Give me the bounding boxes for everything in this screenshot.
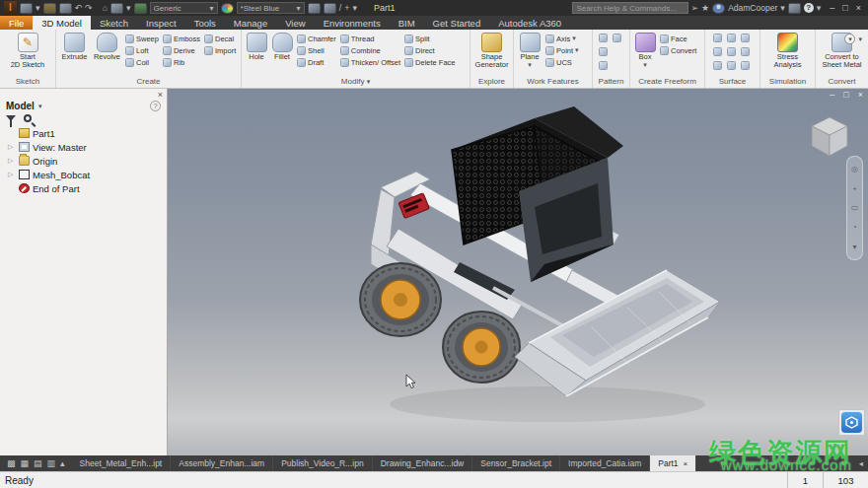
derive-button[interactable]: Derive xyxy=(163,44,200,56)
panel-dropdown-icon[interactable]: ▾ xyxy=(367,78,371,85)
freeform-box-button[interactable]: Box ▾ xyxy=(632,31,658,69)
browser-close-button[interactable]: × xyxy=(158,90,163,99)
material-icon[interactable] xyxy=(134,3,147,14)
zoom-icon[interactable]: ▭ xyxy=(851,203,859,212)
panel-label-work-features[interactable]: Work Features xyxy=(514,76,592,88)
panel-label-pattern[interactable]: Pattern xyxy=(593,76,629,88)
close-tab-icon[interactable]: × xyxy=(684,459,688,468)
tab-environments[interactable]: Environments xyxy=(315,16,390,30)
measure-icon[interactable]: / xyxy=(339,3,342,14)
navigation-wheel-icon[interactable]: ◎ xyxy=(851,165,858,174)
stress-analysis-button[interactable]: Stress Analysis xyxy=(765,31,811,69)
split-button[interactable]: Split xyxy=(404,33,455,44)
tree-item-view-master[interactable]: ▷ View: Master xyxy=(0,140,167,154)
extrude-button[interactable]: Extrude xyxy=(58,31,91,61)
save-icon[interactable] xyxy=(59,3,72,14)
ucs-button[interactable]: UCS xyxy=(545,56,579,68)
thread-button[interactable]: Thread xyxy=(340,33,400,44)
filter-icon[interactable] xyxy=(6,115,16,121)
dropdown-icon[interactable]: ▾ xyxy=(36,3,40,14)
split-horizontal-icon[interactable]: ▤ xyxy=(34,458,42,468)
mirror-pattern-icon[interactable] xyxy=(613,34,621,42)
tab-view[interactable]: View xyxy=(276,16,314,30)
doc-close-button[interactable]: × xyxy=(858,90,863,100)
patch-surface-icon[interactable] xyxy=(727,34,736,42)
color-wheel-icon[interactable] xyxy=(221,3,234,14)
panel-label-create-freeform[interactable]: Create Freeform xyxy=(630,76,704,88)
thicken-surface-icon[interactable] xyxy=(741,61,750,70)
fillet-button[interactable]: Fillet xyxy=(269,31,295,61)
panel-label-convert[interactable]: Convert xyxy=(816,76,868,88)
freeform-convert-button[interactable]: Convert xyxy=(660,44,696,56)
panel-label-surface[interactable]: Surface xyxy=(705,76,760,88)
minimize-button[interactable]: – xyxy=(830,3,834,13)
plane-button[interactable]: Plane ▾ xyxy=(516,31,543,69)
pan-icon[interactable]: + xyxy=(852,184,857,193)
ribbon-collapse-options-icon[interactable]: ▾ xyxy=(858,35,862,43)
doc-tab-part1-active[interactable]: Part1 × xyxy=(650,455,696,471)
orbit-icon[interactable]: ◔ xyxy=(852,223,857,232)
import-button[interactable]: Import xyxy=(204,44,236,56)
help-icon[interactable]: ? xyxy=(804,3,814,13)
open-icon[interactable] xyxy=(43,3,56,14)
sculpt-icon[interactable] xyxy=(741,47,750,56)
draft-button[interactable]: Draft xyxy=(297,56,336,68)
view-cube[interactable] xyxy=(804,110,855,162)
freeform-face-button[interactable]: Face xyxy=(660,33,696,44)
material-select[interactable]: Generic ▾ xyxy=(150,2,218,14)
new-document-icon[interactable] xyxy=(20,3,33,14)
user-avatar-icon[interactable] xyxy=(712,3,725,14)
doc-tab-sensor-bracket[interactable]: Sensor_Bracket.ipt xyxy=(472,455,560,471)
tree-item-origin[interactable]: ▷ Origin xyxy=(0,154,167,168)
emboss-button[interactable]: Emboss xyxy=(163,33,200,44)
qat-options-icon[interactable]: ▾ xyxy=(352,3,357,14)
restore-button[interactable]: □ xyxy=(842,3,847,13)
redo-icon[interactable]: ↷ xyxy=(85,3,93,14)
expander-icon[interactable]: ▷ xyxy=(8,143,16,151)
thicken-offset-button[interactable]: Thicken/ Offset xyxy=(340,56,400,68)
sketch-driven-pattern-icon[interactable] xyxy=(599,61,608,70)
ruled-surface-icon[interactable] xyxy=(727,61,736,70)
shell-button[interactable]: Shell xyxy=(297,44,336,56)
split-vertical-icon[interactable]: ▥ xyxy=(47,458,56,468)
panel-label-explore[interactable]: Explore xyxy=(470,76,513,88)
browser-title-dropdown-icon[interactable]: ▾ xyxy=(38,103,42,110)
doc-tab-drawing[interactable]: Drawing_Enhanc...idw xyxy=(373,455,473,471)
collapse-tabs-icon[interactable]: ▴ xyxy=(60,458,65,468)
help-dropdown-icon[interactable]: ▾ xyxy=(817,3,822,14)
adjust-material-icon[interactable] xyxy=(308,3,321,14)
replace-face-icon[interactable] xyxy=(713,61,722,70)
tab-manage[interactable]: Manage xyxy=(225,16,276,30)
render-icon[interactable] xyxy=(110,3,123,14)
search-send-icon[interactable]: ➢ xyxy=(691,3,699,14)
doc-tab-publish-video[interactable]: Publish_Video_R...ipn xyxy=(273,455,373,471)
extend-surface-icon[interactable] xyxy=(741,34,750,42)
boundary-patch-icon[interactable] xyxy=(713,47,722,56)
search-input[interactable] xyxy=(572,2,688,14)
tab-3d-model[interactable]: 3D Model xyxy=(33,16,91,30)
tab-bim[interactable]: BIM xyxy=(390,16,424,30)
circular-pattern-icon[interactable] xyxy=(599,47,608,56)
doc-tab-assembly[interactable]: Assembly_Enhan...iam xyxy=(171,455,273,471)
point-button[interactable]: Point▾ xyxy=(545,44,579,56)
tab-sketch[interactable]: Sketch xyxy=(91,16,137,30)
add-qat-icon[interactable]: + xyxy=(344,3,349,14)
coil-button[interactable]: Coil xyxy=(125,56,159,68)
tab-scroll-left-icon[interactable]: ◂ xyxy=(859,458,863,468)
delete-face-button[interactable]: Delete Face xyxy=(404,56,455,68)
doc-restore-button[interactable]: □ xyxy=(843,90,848,100)
panel-label-modify[interactable]: Modify ▾ xyxy=(242,76,470,88)
close-button[interactable]: × xyxy=(856,3,861,13)
panel-label-sketch[interactable]: Sketch xyxy=(0,76,55,88)
expander-icon[interactable]: ▷ xyxy=(8,171,16,178)
doc-tab-sheet-metal[interactable]: Sheet_Metal_Enh...ipt xyxy=(72,455,172,471)
tree-item-end-of-part[interactable]: End of Part xyxy=(0,181,167,195)
home-icon[interactable]: ⌂ xyxy=(103,3,108,14)
tab-file[interactable]: File xyxy=(0,16,33,30)
expander-icon[interactable]: ▷ xyxy=(8,157,16,165)
sweep-button[interactable]: Sweep xyxy=(125,33,159,44)
doc-minimize-button[interactable]: – xyxy=(830,90,834,100)
appearance-select[interactable]: *Steel Blue ▾ xyxy=(237,2,305,14)
cascade-windows-icon[interactable]: ▩ xyxy=(7,458,16,468)
adjust-appearance-icon[interactable] xyxy=(324,3,336,14)
